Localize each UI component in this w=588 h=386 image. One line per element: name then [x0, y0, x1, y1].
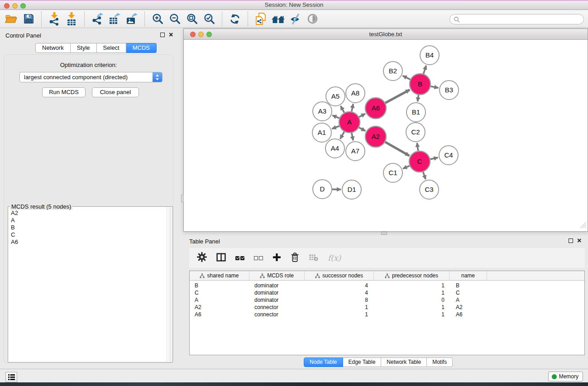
delete-table-button-disabled[interactable]: [309, 253, 318, 263]
table-settings-button[interactable]: [197, 252, 207, 264]
delete-column-button[interactable]: [291, 253, 299, 264]
network-graph: AA1A3A4A5A7A8A6A2BB1B2B3B4CC1C2C3C4DD1: [184, 40, 588, 231]
maximize-window-button[interactable]: [20, 3, 26, 9]
table-row-A2[interactable]: A2connector11A2: [190, 304, 584, 311]
network-close-button[interactable]: [190, 32, 196, 37]
save-session-button[interactable]: [21, 11, 36, 27]
search-input[interactable]: [462, 15, 583, 24]
import-network-button[interactable]: [47, 11, 62, 27]
edge-C-C1[interactable]: [403, 166, 410, 168]
export-table-button[interactable]: [107, 11, 122, 27]
result-item[interactable]: A: [11, 217, 18, 224]
edge-A-A6[interactable]: [359, 114, 365, 117]
column-label: name: [461, 272, 475, 279]
close-panel-button[interactable]: Close panel: [92, 87, 139, 97]
network-minimize-button[interactable]: [198, 32, 204, 37]
node-label-A4: A4: [331, 144, 339, 152]
cell-shared-name: A: [190, 297, 249, 303]
edge-B-B3[interactable]: [431, 86, 439, 88]
show-graphics-details-button[interactable]: [305, 11, 320, 27]
memory-button[interactable]: Memory: [548, 372, 583, 381]
result-item[interactable]: B: [11, 224, 18, 231]
edge-A-A8[interactable]: [352, 104, 353, 112]
vertical-splitter-handle[interactable]: [181, 195, 184, 202]
edge-A6-B[interactable]: [385, 90, 410, 103]
network-window-titlebar[interactable]: testGlobe.txt: [184, 29, 588, 40]
import-table-button[interactable]: [64, 11, 79, 27]
resize-grip-icon[interactable]: [580, 222, 587, 230]
result-item[interactable]: A2: [11, 210, 18, 217]
edge-A-A7[interactable]: [352, 133, 353, 141]
edge-A2-C[interactable]: [385, 142, 410, 156]
edge-C-C4[interactable]: [430, 157, 438, 159]
column-header-mcds-role[interactable]: MCDS role: [249, 271, 305, 280]
column-label: shared name: [207, 272, 239, 279]
refresh-layout-button[interactable]: [227, 11, 243, 27]
refresh-icon: [229, 13, 241, 25]
unselect-all-columns-button[interactable]: [254, 256, 263, 260]
export-network-button[interactable]: [90, 11, 105, 27]
network-canvas[interactable]: AA1A3A4A5A7A8A6A2BB1B2B3B4CC1C2C3C4DD1: [184, 40, 588, 231]
show-columns-button[interactable]: [216, 253, 226, 263]
edge-A-A2[interactable]: [359, 128, 365, 131]
tab-motifs[interactable]: Motifs: [427, 357, 453, 367]
open-session-button[interactable]: [4, 11, 19, 27]
column-header-successor-nodes[interactable]: successor nodes: [305, 271, 374, 280]
column-header-predecessor-nodes[interactable]: predecessor nodes: [374, 271, 449, 280]
select-stepper[interactable]: [153, 72, 162, 82]
zoom-out-button[interactable]: [167, 11, 182, 27]
node-label-A2: A2: [372, 133, 380, 140]
select-all-columns-button[interactable]: [235, 256, 244, 260]
edge-A-A3[interactable]: [332, 115, 339, 118]
edge-A-A1[interactable]: [332, 126, 339, 129]
edge-A-A4[interactable]: [340, 132, 344, 139]
node-label-B2: B2: [389, 67, 397, 75]
close-panel-icon[interactable]: ×: [169, 33, 173, 37]
hide-graphics-details-button[interactable]: [287, 11, 303, 27]
zoom-fit-button[interactable]: [184, 11, 200, 27]
show-panels-button[interactable]: [5, 372, 17, 382]
zoom-in-button[interactable]: [150, 11, 165, 27]
network-maximize-button[interactable]: [206, 32, 212, 37]
column-label: successor nodes: [322, 272, 363, 279]
float-panel-icon[interactable]: [569, 238, 573, 243]
zoom-out-icon: [169, 13, 181, 25]
edge-B-B2[interactable]: [403, 76, 411, 79]
tab-network-table[interactable]: Network Table: [381, 357, 427, 367]
clone-network-button[interactable]: [253, 11, 268, 27]
edge-B-B4[interactable]: [423, 66, 426, 74]
close-panel-icon[interactable]: ×: [577, 238, 581, 243]
result-scrollbar[interactable]: [167, 207, 172, 362]
zoom-selected-button[interactable]: [201, 11, 217, 27]
edge-C-C3[interactable]: [423, 172, 426, 180]
search-field[interactable]: [449, 14, 584, 24]
tab-node-table[interactable]: Node Table: [304, 357, 343, 367]
run-mcds-button[interactable]: Run MCDS: [42, 87, 86, 97]
column-header-name[interactable]: name: [449, 271, 487, 280]
table-row-C[interactable]: Cdominator41C: [190, 289, 584, 296]
create-column-button[interactable]: [272, 253, 281, 263]
tab-mcds[interactable]: MCDS: [126, 43, 157, 53]
edge-A-A5[interactable]: [340, 106, 344, 113]
table-row-A6[interactable]: A6connector11A6: [190, 311, 584, 318]
export-image-button[interactable]: [124, 11, 139, 27]
toolbar-separator: [41, 12, 42, 26]
float-panel-icon[interactable]: [160, 33, 165, 37]
edge-C-C2[interactable]: [417, 143, 418, 151]
result-item[interactable]: A6: [11, 238, 18, 246]
minimize-window-button[interactable]: [12, 3, 18, 9]
tab-style[interactable]: Style: [71, 43, 97, 53]
column-header-shared-name[interactable]: shared name: [190, 271, 249, 280]
close-window-button[interactable]: [4, 3, 10, 9]
table-row-B[interactable]: Bdominator41B: [190, 282, 584, 289]
horizontal-splitter-handle[interactable]: [381, 232, 387, 235]
tab-select[interactable]: Select: [97, 43, 126, 53]
home-layout-button[interactable]: [270, 11, 286, 27]
optimization-criterion-select[interactable]: largest connected component (directed): [19, 72, 163, 82]
tab-edge-table[interactable]: Edge Table: [343, 357, 382, 367]
edge-B-B1[interactable]: [417, 95, 418, 101]
result-item[interactable]: C: [11, 231, 18, 238]
function-builder-button-disabled[interactable]: f(x): [328, 253, 341, 262]
tab-network[interactable]: Network: [35, 43, 71, 53]
table-row-A[interactable]: Adominator80A: [190, 296, 584, 304]
